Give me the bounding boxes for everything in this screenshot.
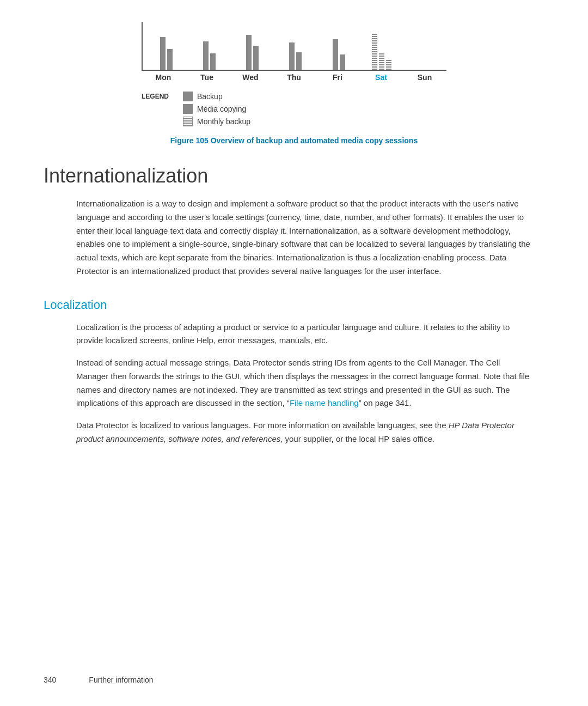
- bar-wed-2: [253, 46, 259, 70]
- bar-group-mon: [145, 22, 188, 70]
- legend-item-monthly: Monthly backup: [183, 117, 250, 126]
- legend-items: Backup Media copying Monthly backup: [183, 92, 250, 126]
- label-fri: Fri: [316, 71, 359, 82]
- label-sun: Sun: [403, 71, 446, 82]
- bar-group-sun: [403, 22, 446, 70]
- label-sat: Sat: [359, 71, 403, 82]
- chart-day-labels: Mon Tue Wed Thu Fri Sat Sun: [142, 71, 446, 82]
- bar-fri-1: [333, 39, 338, 70]
- bar-tue-2: [210, 53, 216, 70]
- legend-label-backup: Backup: [197, 92, 223, 101]
- section-heading-localization: Localization: [44, 298, 544, 312]
- bar-group-sat: [360, 22, 403, 70]
- legend-item-backup: Backup: [183, 92, 250, 101]
- chart-bars: [142, 22, 446, 71]
- legend-item-media: Media copying: [183, 104, 250, 114]
- localization-para3-prefix: Data Protector is localized to various l…: [76, 421, 449, 430]
- legend-title: LEGEND: [142, 92, 174, 100]
- label-wed: Wed: [229, 71, 272, 82]
- legend-box-media: [183, 104, 193, 114]
- legend-box-monthly: [183, 117, 193, 126]
- label-mon: Mon: [142, 71, 185, 82]
- localization-para2: Instead of sending actual message string…: [76, 356, 534, 410]
- figure-caption: Figure 105 Overview of backup and automa…: [44, 136, 544, 145]
- localization-para2-suffix: ” on page 341.: [359, 398, 412, 407]
- page-footer: 340 Further information: [44, 675, 544, 684]
- page-number: 340: [44, 675, 56, 684]
- main-heading: Internationalization: [44, 165, 544, 187]
- bar-group-tue: [188, 22, 231, 70]
- bar-tue-1: [203, 41, 209, 70]
- bar-group-fri: [317, 22, 360, 70]
- label-thu: Thu: [272, 71, 316, 82]
- label-tue: Tue: [185, 71, 229, 82]
- legend-label-media: Media copying: [197, 105, 246, 113]
- bar-mon-1: [160, 37, 166, 70]
- footer-section: Further information: [89, 675, 153, 684]
- bar-mon-2: [167, 49, 173, 70]
- file-name-handling-link[interactable]: File name handling: [290, 398, 359, 407]
- localization-para3: Data Protector is localized to various l…: [76, 419, 534, 446]
- bar-wed-1: [246, 35, 252, 70]
- legend-box-backup: [183, 92, 193, 101]
- bar-sat-1: [372, 33, 377, 70]
- chart-container: Mon Tue Wed Thu Fri Sat Sun LEGEND Backu…: [44, 22, 544, 126]
- legend-label-monthly: Monthly backup: [197, 117, 250, 126]
- localization-para1: Localization is the process of adapting …: [76, 321, 534, 348]
- bar-sat-2: [379, 53, 384, 70]
- legend-area: LEGEND Backup Media copying Monthly back…: [142, 92, 446, 126]
- localization-para3-suffix: your supplier, or the local HP sales off…: [283, 434, 434, 443]
- bar-sat-3: [386, 60, 391, 70]
- bar-thu-2: [296, 52, 302, 70]
- bar-thu-1: [289, 42, 295, 70]
- bar-fri-2: [340, 54, 345, 70]
- main-body-text: Internationalization is a way to design …: [76, 197, 534, 278]
- bar-group-wed: [231, 22, 274, 70]
- bar-group-thu: [274, 22, 317, 70]
